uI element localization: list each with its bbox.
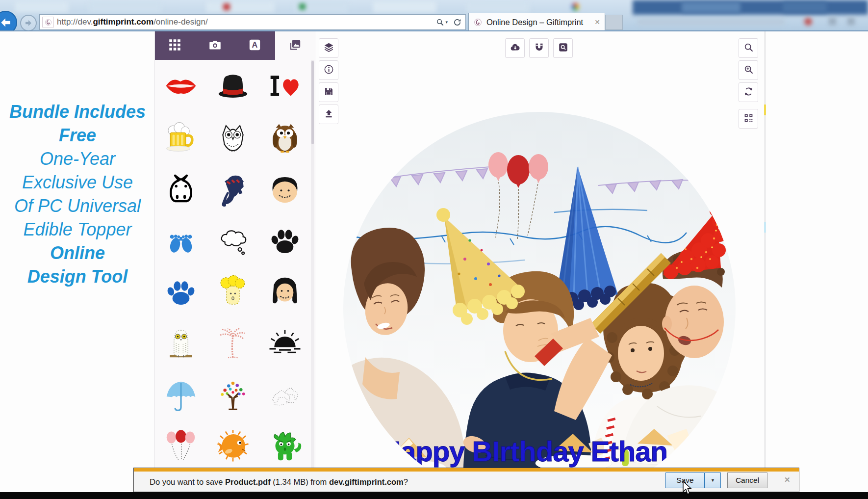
text-a-icon: A — [248, 38, 261, 53]
save-options-caret[interactable]: ▼ — [705, 473, 721, 488]
clipart-sunset[interactable] — [259, 317, 311, 369]
forward-button[interactable] — [20, 15, 37, 31]
scrollbar-marker-yellow — [764, 105, 766, 115]
promo-text: Bundle IncludesFreeOne-YearExclusive Use… — [0, 100, 155, 289]
clipart-owl-white[interactable] — [155, 317, 207, 369]
tool-magnet-button[interactable] — [529, 38, 549, 58]
browser-chrome: http://dev.giftimprint.com/online-design… — [0, 0, 868, 31]
tab-shapes[interactable] — [155, 31, 195, 60]
caret-down-icon: ▼ — [711, 478, 715, 483]
clipart-palm-tree[interactable] — [207, 317, 259, 369]
images-icon — [288, 38, 302, 53]
tool-layers-button[interactable] — [319, 38, 338, 58]
tab-photos[interactable] — [195, 31, 235, 60]
refresh-icon — [743, 86, 754, 99]
search-icon — [743, 42, 754, 54]
promo-line: Online — [0, 241, 155, 265]
page-content: Bundle IncludesFreeOne-YearExclusive Use… — [0, 31, 868, 499]
download-notification-bar: Do you want to save Product.pdf (1.34 MB… — [133, 468, 799, 492]
promo-line: Bundle Includes — [0, 100, 155, 124]
clipart-grid — [155, 60, 311, 499]
promo-line: Of PC Universal — [0, 194, 155, 218]
clipart-boy-face[interactable] — [259, 163, 311, 214]
url-text: http://dev.giftimprint.com/online-design… — [57, 17, 434, 27]
clipart-owl-sketch[interactable] — [207, 111, 259, 163]
tool-refresh-button[interactable] — [739, 82, 758, 102]
tool-qr-code-button[interactable] — [739, 109, 758, 129]
clipart-horses-sketch[interactable] — [259, 369, 311, 420]
notification-close-icon[interactable]: ✕ — [784, 475, 791, 484]
app-root: http://dev.giftimprint.com/online-design… — [0, 0, 868, 499]
tab-favicon — [474, 18, 482, 26]
tool-zoom-in-button[interactable] — [739, 60, 758, 80]
clipart-owl-cartoon[interactable] — [259, 111, 311, 163]
clipart-panel: A — [154, 31, 315, 499]
browser-tab[interactable]: Online Design – Giftimprint ✕ — [468, 13, 605, 31]
tab-cliparts[interactable] — [275, 31, 315, 60]
save-icon — [324, 86, 334, 99]
clipart-paw-print-black[interactable] — [259, 214, 311, 266]
clipart-baby-feet[interactable] — [155, 214, 207, 266]
clipart-paw-print-blue[interactable] — [155, 266, 207, 317]
magnet-icon — [534, 42, 544, 54]
grid-icon — [168, 38, 181, 53]
promo-line: Edible Topper — [0, 218, 155, 241]
promo-line: Design Tool — [0, 265, 155, 289]
address-bar[interactable]: http://dev.giftimprint.com/online-design… — [39, 14, 466, 30]
tab-text[interactable]: A — [235, 31, 275, 60]
clipart-i-love[interactable] — [259, 60, 311, 111]
tab-close-icon[interactable]: ✕ — [594, 18, 600, 26]
clipart-girl-face[interactable] — [259, 266, 311, 317]
clipart-top-hat[interactable] — [207, 60, 259, 111]
clipart-yellow-buns[interactable] — [207, 266, 259, 317]
preview-icon — [558, 42, 568, 54]
panel-scrollbar-thumb[interactable] — [311, 61, 314, 144]
tool-search-button[interactable] — [739, 38, 758, 58]
clipart-lips[interactable] — [155, 60, 207, 111]
zoom-in-icon — [743, 64, 754, 77]
cloud-download-icon — [510, 42, 520, 54]
back-arrow-icon — [0, 16, 12, 29]
promo-line: Exclusive Use — [0, 171, 155, 194]
panel-scrollbar[interactable] — [311, 60, 314, 499]
search-icon[interactable] — [434, 17, 445, 27]
notification-accent-bar — [134, 468, 799, 472]
canvas-tools-right — [739, 38, 758, 129]
design-overlay-text[interactable]: Happy BIrthday Ethan — [380, 435, 667, 467]
clipart-balloons[interactable] — [155, 420, 207, 472]
tool-info-button[interactable] — [319, 60, 338, 80]
clipart-umbrella[interactable] — [155, 369, 207, 420]
canvas-scrollbar[interactable] — [764, 31, 766, 499]
svg-text:A: A — [252, 40, 258, 49]
clipart-beer-mug[interactable] — [155, 111, 207, 163]
design-photo: Happy BIrthday Ethan — [343, 112, 736, 499]
refresh-page-icon[interactable] — [452, 17, 462, 27]
promo-line: One-Year — [0, 147, 155, 171]
clipart-tree-colorful[interactable] — [207, 369, 259, 420]
promo-line: Free — [0, 124, 155, 147]
tab-title: Online Design – Giftimprint — [486, 18, 583, 27]
clipart-native-profile[interactable] — [207, 163, 259, 214]
qr-code-icon — [743, 113, 754, 125]
cancel-button[interactable]: Cancel — [727, 473, 767, 488]
download-message: Do you want to save Product.pdf (1.34 MB… — [150, 477, 408, 487]
info-icon — [324, 64, 334, 77]
clipart-pufferfish[interactable] — [207, 420, 259, 472]
search-options-caret-icon[interactable]: ▾ — [445, 20, 448, 25]
clipart-horse-head[interactable] — [155, 163, 207, 214]
scrollbar-marker-cyan — [764, 222, 766, 233]
tool-cloud-download-button[interactable] — [505, 38, 525, 58]
panel-tabs: A — [155, 31, 315, 60]
clipart-dinosaur[interactable] — [259, 420, 311, 472]
bottom-black-bar — [0, 492, 868, 499]
tool-preview-button[interactable] — [553, 38, 573, 58]
upload-icon — [324, 108, 334, 121]
design-canvas[interactable]: Happy BIrthday Ethan — [343, 112, 736, 499]
tool-save-button[interactable] — [319, 82, 338, 102]
layers-icon — [324, 42, 334, 54]
forward-arrow-icon — [23, 18, 34, 28]
new-tab-button[interactable] — [605, 15, 623, 30]
tool-upload-button[interactable] — [319, 105, 338, 124]
canvas-tools-left — [319, 38, 338, 124]
clipart-thought-cloud[interactable] — [207, 214, 259, 266]
